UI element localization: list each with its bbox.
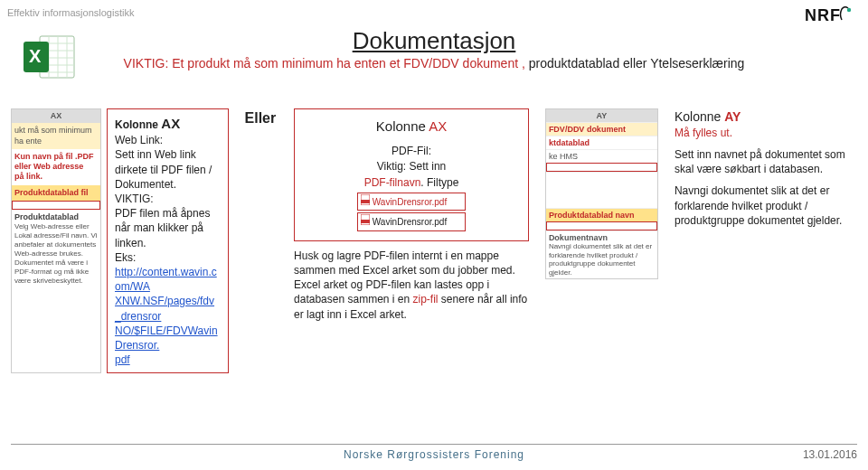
slide: Effektiv informasjonslogistikk N R F Dok… — [0, 0, 868, 470]
excel-cell: Produktdatablad fil — [12, 185, 100, 201]
excel-cell: Kun navn på fil .PDF eller Web adresse p… — [12, 149, 100, 185]
subtitle-rest: produktdatablad eller Ytelseserklæring — [525, 56, 745, 70]
col-ax-pdf-box: Kolonne AX PDF-Fil: Viktig: Sett inn PDF… — [294, 108, 529, 241]
col-ay-heading: Kolonne AY — [675, 108, 857, 126]
subtitle-important: VIKTIG: Et produkt må som minimum ha ent… — [124, 56, 525, 70]
col-ax-heading-2: Kolonne AX — [302, 117, 521, 136]
excel-cell: ukt må som minimum ha ente — [12, 123, 100, 149]
pdf-icon — [361, 214, 370, 225]
col-ay-box: Kolonne AY Må fylles ut. Sett inn navnet… — [675, 108, 857, 228]
excel-snippet-ay: AY FDV/DDV dokument ktdatablad ke HMS Pr… — [545, 108, 658, 279]
footer: Norske Rørgrossisters Forening 13.01.201… — [11, 444, 857, 461]
col2: Kolonne AX PDF-Fil: Viktig: Sett inn PDF… — [294, 108, 529, 428]
svg-point-3 — [847, 8, 851, 12]
svg-text:X: X — [29, 46, 42, 66]
svg-rect-18 — [361, 220, 370, 223]
nrf-logo: N R F — [805, 5, 852, 29]
file-example-2: WavinDrensror.pdf — [357, 212, 466, 231]
col3: AY FDV/DDV dokument ktdatablad ke HMS Pr… — [545, 108, 658, 428]
pdf-icon — [361, 194, 370, 205]
footer-center: Norske Rørgrossisters Forening — [83, 448, 785, 461]
col2-note: Husk og lagre PDF-filen internt i en map… — [294, 249, 529, 322]
svg-text:N: N — [805, 6, 816, 24]
content-row: AX ukt må som minimum ha ente Kun navn p… — [11, 108, 857, 428]
page-title: Dokumentasjon — [0, 27, 868, 55]
footer-date: 13.01.2016 — [785, 448, 857, 461]
excel-snippet-ax: AX ukt må som minimum ha ente Kun navn p… — [11, 108, 101, 373]
page-band: Effektiv informasjonslogistikk — [7, 7, 134, 18]
example-link[interactable]: http://content.wavin.com/WA XNW.NSF/page… — [115, 266, 218, 366]
excel-empty-cell — [546, 221, 657, 230]
col1: AX ukt må som minimum ha ente Kun navn p… — [11, 108, 229, 428]
excel-tooltip: Dokumentnavn Navngi dokumentet slik at d… — [546, 230, 657, 278]
svg-rect-16 — [361, 200, 370, 203]
file-example-1: WavinDrensror.pdf — [357, 193, 466, 212]
col-ax-heading: Kolonne AX — [115, 115, 221, 133]
col-ax-weblink-box: Kolonne AX Web Link: Sett inn Web link d… — [107, 108, 229, 373]
excel-colhead-ax: AX — [12, 109, 100, 123]
svg-text:F: F — [830, 6, 840, 24]
excel-empty-cell — [546, 163, 657, 172]
excel-empty-cell — [12, 201, 100, 210]
separator-eller: Eller — [245, 108, 278, 428]
page-subtitle: VIKTIG: Et produkt må som minimum ha ent… — [0, 56, 868, 70]
excel-tooltip: Produktdatablad Velg Web-adresse eller L… — [12, 210, 100, 288]
excel-icon: X — [22, 33, 78, 85]
svg-text:R: R — [817, 6, 829, 24]
must-fill: Må fylles ut. — [675, 126, 857, 140]
col4: Kolonne AY Må fylles ut. Sett inn navnet… — [675, 108, 857, 428]
excel-colhead-ay: AY — [546, 109, 657, 122]
